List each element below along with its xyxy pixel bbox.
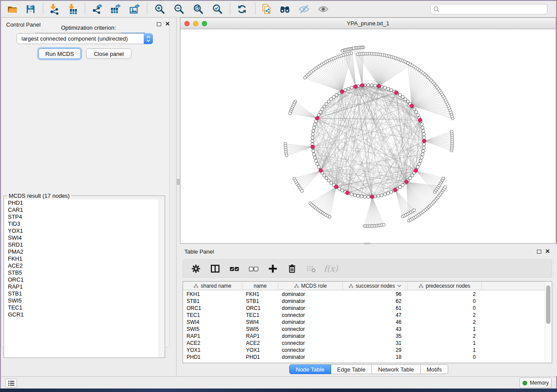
graph-leaf-node[interactable] — [301, 189, 304, 193]
mcds-result-item[interactable]: STB5 — [4, 269, 165, 276]
deselect-all-button[interactable] — [247, 262, 260, 275]
mcds-result-item[interactable]: SWI5 — [4, 297, 165, 304]
graph-node[interactable] — [367, 83, 370, 86]
graph-node[interactable] — [398, 186, 401, 189]
graph-node[interactable] — [332, 96, 335, 99]
graph-node[interactable] — [416, 165, 419, 168]
graph-node[interactable] — [325, 103, 328, 106]
delete-column-button[interactable] — [285, 262, 298, 275]
graph-mcds-hub-node[interactable] — [410, 104, 414, 108]
graph-node[interactable] — [422, 133, 425, 136]
refresh-view-button[interactable] — [236, 3, 248, 15]
tab-motifs[interactable]: Motifs — [421, 364, 449, 374]
graph-leaf-node[interactable] — [406, 62, 409, 65]
graph-node[interactable] — [422, 149, 425, 152]
table-row[interactable]: ORC1ORC1dominator610 — [183, 305, 545, 312]
table-scrollbar-thumb[interactable] — [546, 285, 550, 324]
mcds-result-item[interactable]: PMA2 — [4, 248, 165, 255]
import-network-button[interactable] — [48, 3, 60, 15]
tab-network-table[interactable]: Network Table — [372, 364, 420, 374]
graph-node[interactable] — [422, 146, 425, 149]
graph-node[interactable] — [323, 105, 326, 108]
column-header[interactable]: successor nodes — [343, 282, 408, 290]
graph-node[interactable] — [338, 187, 341, 190]
create-column-button[interactable] — [266, 262, 279, 275]
graph-node[interactable] — [387, 87, 390, 90]
graph-mcds-hub-node[interactable] — [319, 169, 323, 173]
open-file-button[interactable] — [6, 3, 18, 15]
select-all-button[interactable] — [228, 262, 241, 275]
graph-node[interactable] — [363, 195, 367, 198]
graph-mcds-hub-node[interactable] — [405, 180, 408, 184]
show-all-button[interactable] — [317, 3, 329, 15]
graph-leaf-node[interactable] — [382, 223, 385, 226]
mcds-result-item[interactable]: RAP1 — [4, 283, 165, 290]
table-row[interactable]: FKH1FKH1dominator962 — [183, 291, 545, 298]
graph-node[interactable] — [422, 136, 426, 139]
graph-node[interactable] — [406, 100, 409, 103]
table-row[interactable]: SWI5SWI5connector431 — [183, 326, 545, 333]
graph-node[interactable] — [383, 193, 386, 196]
graph-node[interactable] — [323, 174, 326, 177]
table-row[interactable]: ACE2ACE2connector311 — [183, 340, 545, 347]
graph-node[interactable] — [377, 194, 380, 197]
zoom-selected-button[interactable] — [211, 3, 224, 15]
mcds-result-item[interactable]: CAR1 — [4, 206, 165, 213]
mcds-result-item[interactable]: YOX1 — [4, 227, 165, 234]
mcds-result-item[interactable]: TEC1 — [4, 304, 165, 311]
graph-node[interactable] — [421, 153, 424, 156]
graph-mcds-hub-node[interactable] — [377, 84, 381, 88]
graph-mcds-hub-node[interactable] — [394, 188, 398, 192]
mcds-result-item[interactable]: ACE2 — [4, 262, 165, 269]
mcds-result-item[interactable]: TID3 — [4, 220, 165, 227]
graph-node[interactable] — [316, 162, 319, 165]
tab-edge-table[interactable]: Edge Table — [331, 364, 372, 374]
zoom-out-button[interactable] — [173, 3, 185, 15]
zoom-in-button[interactable] — [154, 3, 166, 15]
graph-node[interactable] — [350, 193, 353, 196]
mcds-result-item[interactable]: SWI4 — [4, 234, 165, 241]
graph-mcds-hub-node[interactable] — [311, 145, 315, 149]
table-row[interactable]: STB1STB1dominator620 — [183, 298, 545, 305]
table-scrollbar[interactable] — [545, 282, 551, 362]
mcds-list-scrollbar[interactable] — [159, 199, 165, 358]
column-header[interactable]: MCDS role — [278, 282, 343, 290]
graph-leaf-node[interactable] — [356, 53, 359, 56]
table-row[interactable]: PHD1PHD1dominator180 — [183, 354, 545, 361]
graph-node[interactable] — [420, 123, 423, 126]
close-panel-icon[interactable]: ✕ — [545, 249, 550, 254]
graph-node[interactable] — [335, 93, 338, 96]
graph-mcds-hub-node[interactable] — [354, 85, 358, 89]
graph-mcds-hub-node[interactable] — [422, 139, 426, 143]
table-row[interactable]: SWI4SWI4dominator462 — [183, 319, 545, 326]
mcds-result-item[interactable]: PHD1 — [4, 199, 165, 206]
table-row[interactable]: YOX1YOX1connector291 — [183, 347, 545, 354]
float-panel-icon[interactable] — [537, 250, 541, 254]
graph-leaf-node[interactable] — [341, 49, 344, 52]
vertical-divider-grip-icon[interactable] — [177, 179, 180, 185]
graph-node[interactable] — [370, 84, 373, 87]
export-image-button[interactable] — [128, 3, 141, 15]
graph-node[interactable] — [374, 84, 377, 87]
graph-leaf-node[interactable] — [412, 209, 415, 212]
graph-node[interactable] — [353, 194, 356, 197]
graph-node[interactable] — [367, 195, 370, 198]
table-row[interactable]: TEC1TEC1connector472 — [183, 312, 545, 319]
table-row[interactable]: RAP1RAP1dominator352 — [183, 333, 545, 340]
graph-node[interactable] — [344, 89, 347, 92]
save-session-button[interactable] — [24, 3, 37, 15]
graph-node[interactable] — [313, 156, 316, 159]
copy-network-button[interactable] — [260, 3, 273, 15]
graph-leaf-node[interactable] — [352, 47, 355, 50]
graph-node[interactable] — [319, 110, 322, 113]
column-header[interactable]: predecessor nodes — [408, 282, 482, 290]
zoom-fit-button[interactable] — [192, 3, 204, 15]
graph-node[interactable] — [330, 98, 333, 101]
tab-node-table[interactable]: Node Table — [289, 364, 331, 374]
graph-node[interactable] — [330, 181, 333, 184]
graph-node[interactable] — [422, 143, 426, 146]
network-window-titlebar[interactable]: YPA_prune.txt_1 — [180, 18, 556, 29]
graph-node[interactable] — [312, 153, 315, 156]
graph-node[interactable] — [415, 110, 418, 113]
graph-node[interactable] — [321, 108, 324, 111]
